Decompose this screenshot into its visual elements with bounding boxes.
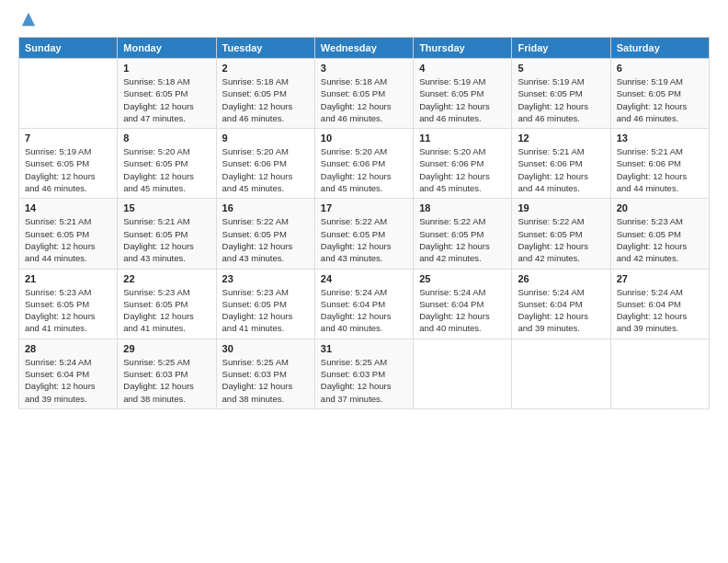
- day-number: 9: [222, 132, 309, 144]
- day-info: Sunrise: 5:24 AM Sunset: 6:04 PM Dayligh…: [321, 286, 407, 335]
- calendar-cell: 1Sunrise: 5:18 AM Sunset: 6:05 PM Daylig…: [118, 59, 216, 129]
- calendar-cell: 19Sunrise: 5:22 AM Sunset: 6:05 PM Dayli…: [512, 199, 610, 269]
- day-info: Sunrise: 5:21 AM Sunset: 6:05 PM Dayligh…: [25, 215, 111, 264]
- day-info: Sunrise: 5:23 AM Sunset: 6:05 PM Dayligh…: [617, 215, 703, 264]
- day-number: 11: [419, 132, 506, 144]
- day-info: Sunrise: 5:22 AM Sunset: 6:05 PM Dayligh…: [518, 215, 604, 264]
- calendar-week-row: 21Sunrise: 5:23 AM Sunset: 6:05 PM Dayli…: [19, 269, 710, 339]
- column-header-monday: Monday: [118, 38, 216, 59]
- day-info: Sunrise: 5:22 AM Sunset: 6:05 PM Dayligh…: [321, 215, 407, 264]
- day-number: 16: [222, 202, 309, 213]
- calendar-cell: 18Sunrise: 5:22 AM Sunset: 6:05 PM Dayli…: [414, 199, 512, 269]
- column-header-thursday: Thursday: [414, 38, 512, 59]
- day-number: 5: [518, 63, 604, 74]
- calendar-cell: 26Sunrise: 5:24 AM Sunset: 6:04 PM Dayli…: [512, 269, 610, 339]
- day-info: Sunrise: 5:21 AM Sunset: 6:06 PM Dayligh…: [617, 145, 703, 194]
- day-number: 17: [321, 202, 407, 213]
- calendar-cell: 9Sunrise: 5:20 AM Sunset: 6:06 PM Daylig…: [216, 129, 314, 199]
- day-number: 29: [123, 343, 210, 354]
- day-info: Sunrise: 5:23 AM Sunset: 6:05 PM Dayligh…: [25, 286, 111, 335]
- calendar-cell: 13Sunrise: 5:21 AM Sunset: 6:06 PM Dayli…: [610, 129, 709, 199]
- calendar-cell: 12Sunrise: 5:21 AM Sunset: 6:06 PM Dayli…: [512, 129, 610, 199]
- calendar-cell: 5Sunrise: 5:19 AM Sunset: 6:05 PM Daylig…: [512, 59, 610, 129]
- day-number: 30: [222, 343, 309, 354]
- day-number: 6: [617, 63, 703, 74]
- svg-marker-0: [22, 13, 35, 26]
- day-number: 10: [321, 132, 407, 144]
- day-number: 14: [25, 202, 111, 213]
- day-number: 21: [25, 273, 111, 284]
- calendar-cell: 27Sunrise: 5:24 AM Sunset: 6:04 PM Dayli…: [610, 269, 709, 339]
- day-info: Sunrise: 5:24 AM Sunset: 6:04 PM Dayligh…: [25, 356, 111, 405]
- logo-icon: [20, 11, 37, 28]
- day-number: 27: [617, 273, 703, 284]
- calendar-cell: [512, 339, 610, 408]
- day-info: Sunrise: 5:21 AM Sunset: 6:05 PM Dayligh…: [123, 215, 210, 264]
- day-info: Sunrise: 5:25 AM Sunset: 6:03 PM Dayligh…: [321, 356, 407, 405]
- day-number: 19: [518, 202, 604, 213]
- day-info: Sunrise: 5:19 AM Sunset: 6:05 PM Dayligh…: [518, 75, 604, 124]
- calendar-cell: 6Sunrise: 5:19 AM Sunset: 6:05 PM Daylig…: [610, 59, 709, 129]
- calendar-cell: 31Sunrise: 5:25 AM Sunset: 6:03 PM Dayli…: [314, 339, 413, 408]
- day-number: 22: [123, 273, 210, 284]
- calendar-cell: 20Sunrise: 5:23 AM Sunset: 6:05 PM Dayli…: [610, 199, 709, 269]
- day-info: Sunrise: 5:20 AM Sunset: 6:06 PM Dayligh…: [321, 145, 407, 194]
- day-number: 3: [321, 63, 407, 74]
- calendar-cell: 14Sunrise: 5:21 AM Sunset: 6:05 PM Dayli…: [19, 199, 118, 269]
- calendar-cell: 22Sunrise: 5:23 AM Sunset: 6:05 PM Dayli…: [118, 269, 216, 339]
- calendar-cell: 3Sunrise: 5:18 AM Sunset: 6:05 PM Daylig…: [314, 59, 413, 129]
- column-header-tuesday: Tuesday: [216, 38, 314, 59]
- day-info: Sunrise: 5:25 AM Sunset: 6:03 PM Dayligh…: [222, 356, 309, 405]
- calendar-cell: 16Sunrise: 5:22 AM Sunset: 6:05 PM Dayli…: [216, 199, 314, 269]
- calendar-cell: [610, 339, 709, 408]
- day-info: Sunrise: 5:19 AM Sunset: 6:05 PM Dayligh…: [419, 75, 506, 124]
- day-number: 23: [222, 273, 309, 284]
- calendar-cell: [19, 59, 118, 129]
- logo: [18, 18, 37, 28]
- calendar-cell: 29Sunrise: 5:25 AM Sunset: 6:03 PM Dayli…: [118, 339, 216, 408]
- calendar-cell: 11Sunrise: 5:20 AM Sunset: 6:06 PM Dayli…: [414, 129, 512, 199]
- day-number: 20: [617, 202, 703, 213]
- calendar-week-row: 28Sunrise: 5:24 AM Sunset: 6:04 PM Dayli…: [19, 339, 710, 408]
- day-number: 7: [25, 132, 111, 144]
- page-header: [18, 18, 710, 28]
- calendar-cell: 28Sunrise: 5:24 AM Sunset: 6:04 PM Dayli…: [19, 339, 118, 408]
- calendar-cell: 23Sunrise: 5:23 AM Sunset: 6:05 PM Dayli…: [216, 269, 314, 339]
- day-number: 2: [222, 63, 309, 74]
- day-number: 15: [123, 202, 210, 213]
- calendar-cell: 4Sunrise: 5:19 AM Sunset: 6:05 PM Daylig…: [414, 59, 512, 129]
- calendar-week-row: 14Sunrise: 5:21 AM Sunset: 6:05 PM Dayli…: [19, 199, 710, 269]
- day-number: 28: [25, 343, 111, 354]
- day-info: Sunrise: 5:21 AM Sunset: 6:06 PM Dayligh…: [518, 145, 604, 194]
- day-info: Sunrise: 5:20 AM Sunset: 6:06 PM Dayligh…: [419, 145, 506, 194]
- day-number: 26: [518, 273, 604, 284]
- calendar-cell: 30Sunrise: 5:25 AM Sunset: 6:03 PM Dayli…: [216, 339, 314, 408]
- day-info: Sunrise: 5:22 AM Sunset: 6:05 PM Dayligh…: [419, 215, 506, 264]
- calendar-cell: 24Sunrise: 5:24 AM Sunset: 6:04 PM Dayli…: [314, 269, 413, 339]
- day-number: 31: [321, 343, 407, 354]
- calendar-cell: 7Sunrise: 5:19 AM Sunset: 6:05 PM Daylig…: [19, 129, 118, 199]
- day-info: Sunrise: 5:25 AM Sunset: 6:03 PM Dayligh…: [123, 356, 210, 405]
- calendar-cell: 17Sunrise: 5:22 AM Sunset: 6:05 PM Dayli…: [314, 199, 413, 269]
- day-number: 18: [419, 202, 506, 213]
- day-number: 8: [123, 132, 210, 144]
- day-info: Sunrise: 5:18 AM Sunset: 6:05 PM Dayligh…: [321, 75, 407, 124]
- day-info: Sunrise: 5:20 AM Sunset: 6:06 PM Dayligh…: [222, 145, 309, 194]
- day-info: Sunrise: 5:24 AM Sunset: 6:04 PM Dayligh…: [419, 286, 506, 335]
- calendar-cell: 15Sunrise: 5:21 AM Sunset: 6:05 PM Dayli…: [118, 199, 216, 269]
- column-header-friday: Friday: [512, 38, 610, 59]
- calendar-table: SundayMondayTuesdayWednesdayThursdayFrid…: [18, 37, 710, 409]
- calendar-cell: 21Sunrise: 5:23 AM Sunset: 6:05 PM Dayli…: [19, 269, 118, 339]
- calendar-cell: 2Sunrise: 5:18 AM Sunset: 6:05 PM Daylig…: [216, 59, 314, 129]
- column-header-wednesday: Wednesday: [314, 38, 413, 59]
- calendar-cell: [414, 339, 512, 408]
- day-info: Sunrise: 5:23 AM Sunset: 6:05 PM Dayligh…: [123, 286, 210, 335]
- calendar-cell: 25Sunrise: 5:24 AM Sunset: 6:04 PM Dayli…: [414, 269, 512, 339]
- calendar-week-row: 7Sunrise: 5:19 AM Sunset: 6:05 PM Daylig…: [19, 129, 710, 199]
- calendar-header-row: SundayMondayTuesdayWednesdayThursdayFrid…: [19, 38, 710, 59]
- day-info: Sunrise: 5:20 AM Sunset: 6:05 PM Dayligh…: [123, 145, 210, 194]
- calendar-week-row: 1Sunrise: 5:18 AM Sunset: 6:05 PM Daylig…: [19, 59, 710, 129]
- day-number: 24: [321, 273, 407, 284]
- column-header-sunday: Sunday: [19, 38, 118, 59]
- day-info: Sunrise: 5:22 AM Sunset: 6:05 PM Dayligh…: [222, 215, 309, 264]
